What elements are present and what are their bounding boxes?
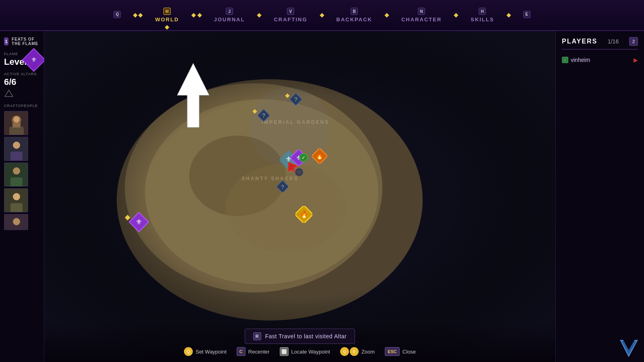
svg-rect-5 (9, 127, 24, 135)
nav-dot-9 (506, 13, 511, 17)
recenter-label: Recenter (248, 349, 270, 355)
nav-items: Q M WORLD J JOURNAL V CRAFTING (101, 4, 542, 26)
fast-travel-badge: R Fast Travel to last visited Altar (245, 329, 355, 344)
nav-item-backpack[interactable]: B BACKPACK (324, 4, 384, 26)
craftsperson-avatar-2[interactable] (4, 137, 28, 161)
nav-dot-1 (133, 13, 138, 17)
flame-altar-marker: 🔥 (312, 148, 327, 165)
nav-key-backpack: B (351, 8, 358, 15)
svg-point-12 (13, 167, 20, 175)
svg-text:?: ? (281, 184, 284, 190)
craftspeople-label: CRAFTSPEOPLE (4, 104, 40, 108)
svg-text:?: ? (262, 112, 265, 119)
nav-label-world: WORLD (155, 16, 179, 23)
flame-diamond-icon: ⚜ (22, 48, 46, 74)
bottom-controls: Q Set Waypoint C Recenter ⬜ Locate Waypo… (184, 347, 416, 356)
close-label: Close (402, 349, 416, 355)
nav-label-character: CHARACTER (401, 16, 442, 23)
nav-key-skills: H (479, 8, 486, 15)
fast-travel-key: R (253, 332, 261, 340)
nav-key-world: M (163, 8, 171, 15)
shield-marker: 🛡 (295, 168, 303, 178)
nav-item-journal[interactable]: J JOURNAL (202, 4, 257, 26)
nav-dot-3 (191, 13, 196, 17)
fast-travel-text: Fast Travel to last visited Altar (265, 333, 347, 339)
craftsperson-avatar-4[interactable] (4, 188, 28, 212)
left-purple-diamond: ⚜ (129, 212, 149, 234)
altar-marker-1: ? (258, 109, 270, 123)
golden-altar-marker: 🔥 (295, 206, 312, 224)
svg-rect-13 (10, 177, 23, 187)
players-divider (562, 49, 638, 49)
control-recenter: C Recenter (237, 347, 270, 356)
svg-text:⚜: ⚜ (31, 56, 37, 63)
nav-item-e[interactable]: E (511, 8, 543, 23)
player-row: i vinheim ▶ (562, 54, 638, 66)
svg-rect-27 (44, 31, 555, 362)
nav-dot-8 (454, 13, 458, 17)
player-name: vinheim (571, 57, 634, 63)
player-location-icon: ▶ (634, 57, 638, 63)
triangle-icon (4, 89, 14, 97)
nav-key-q: Q (114, 11, 121, 18)
small-diamond-left (125, 215, 130, 222)
zoom-keys: Q E (340, 347, 359, 356)
control-zoom: Q E Zoom (340, 347, 375, 356)
locate-key: ⬜ (280, 347, 289, 356)
svg-point-9 (13, 142, 20, 149)
feat-number: 1 (4, 37, 8, 45)
svg-text:🛡: 🛡 (297, 170, 301, 175)
small-diamond-2 (285, 93, 290, 100)
close-key: ESC (385, 347, 400, 356)
svg-rect-32 (252, 109, 257, 113)
svg-point-15 (13, 193, 20, 200)
players-header: PLAYERS 1/16 2 (562, 37, 638, 46)
checkmark-badge: ✓ (299, 153, 308, 164)
nav-dot-5 (257, 13, 262, 17)
svg-point-6 (13, 116, 20, 123)
svg-point-18 (13, 218, 20, 225)
right-sidebar: PLAYERS 1/16 2 i vinheim ▶ (555, 31, 644, 362)
zoom-key-2: E (350, 347, 359, 356)
control-close[interactable]: ESC Close (385, 347, 416, 356)
nav-dot-6 (320, 13, 324, 17)
nav-label-skills: SKILLS (471, 16, 494, 23)
player-icon: i (562, 57, 568, 63)
locate-label: Locate Waypoint (291, 349, 330, 355)
svg-rect-53 (125, 215, 130, 220)
svg-text:i: i (565, 58, 566, 62)
craftsperson-avatar-3[interactable] (4, 162, 28, 187)
nav-label-crafting: CRAFTING (274, 16, 307, 23)
nav-dot-4 (197, 13, 202, 17)
craftsperson-avatar-1[interactable] (4, 111, 28, 135)
nav-item-crafting[interactable]: V CRAFTING (262, 4, 319, 26)
nav-dot-7 (384, 13, 389, 17)
nav-key-crafting: V (287, 8, 294, 15)
svg-marker-29 (177, 63, 209, 128)
nav-item-world[interactable]: M WORLD (143, 4, 191, 26)
craftspeople-list (4, 111, 40, 230)
control-locate-waypoint: ⬜ Locate Waypoint (280, 347, 330, 356)
nav-item-skills[interactable]: H SKILLS (458, 4, 506, 26)
waypoint-label: Set Waypoint (196, 349, 227, 355)
small-diamond-1 (252, 108, 257, 115)
map-terrain-svg (44, 31, 555, 362)
nav-key-e: E (523, 11, 530, 18)
nav-item-q[interactable]: Q (101, 8, 133, 23)
big-arrow (169, 63, 217, 129)
altar-marker-2: ? (290, 93, 302, 107)
recenter-key: C (237, 347, 246, 356)
zoom-label: Zoom (361, 349, 375, 355)
nav-key-character: N (418, 8, 425, 15)
svg-rect-7 (12, 123, 21, 128)
craftsperson-avatar-5[interactable] (4, 214, 28, 230)
svg-rect-10 (10, 152, 23, 161)
waypoint-btn-icon: Q (184, 347, 193, 356)
nav-dot-2 (138, 13, 143, 17)
nav-item-character[interactable]: N CHARACTER (389, 4, 454, 26)
left-sidebar: 1 FEATS OF THE FLAME FLAME Level 3 ⚜ ACT… (0, 31, 44, 362)
players-count: 1/16 (608, 38, 619, 45)
svg-rect-35 (285, 93, 289, 98)
svg-rect-16 (10, 203, 23, 212)
map-area[interactable]: IMPERIAL GARDENS SHANTY SHACKS ? ? ⚜ (44, 31, 555, 362)
